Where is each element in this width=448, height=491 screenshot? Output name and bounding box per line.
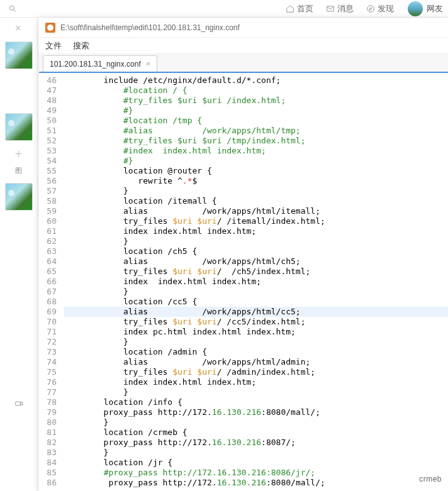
tabbar: 101.200.181.31_nginx.conf ×	[39, 54, 448, 73]
code-content[interactable]: include /etc/nginx/default.d/*.conf; #lo…	[60, 73, 448, 491]
compass-icon	[366, 4, 375, 13]
camera-icon[interactable]	[13, 399, 25, 410]
nav-messages-label: 消息	[337, 3, 354, 14]
nav-home[interactable]: 首页	[286, 3, 313, 14]
editor-path: E:\soft\finalshell\temp\edit\101.200.181…	[60, 23, 240, 32]
app-icon	[45, 23, 55, 33]
svg-rect-4	[15, 402, 20, 405]
line-gutter: 4647484950515253545556575859606162636465…	[39, 73, 60, 491]
image-thumb-1[interactable]	[5, 41, 33, 69]
username: 网友	[427, 3, 443, 14]
left-sidebar: × + 图	[0, 18, 38, 491]
add-button[interactable]: +	[13, 148, 25, 161]
avatar[interactable]	[408, 1, 423, 16]
menu-file[interactable]: 文件	[45, 40, 62, 52]
mail-icon	[326, 4, 335, 13]
app-topbar: 首页 消息 发现 网友	[0, 0, 448, 18]
sidebar-caption: 图	[0, 166, 37, 175]
nav-discover-label: 发现	[378, 3, 394, 14]
menu-search[interactable]: 搜索	[73, 40, 89, 52]
tab-close-icon[interactable]: ×	[146, 59, 151, 69]
image-thumb-3[interactable]	[5, 183, 33, 211]
code-area[interactable]: 4647484950515253545556575859606162636465…	[39, 73, 448, 491]
tab-label: 101.200.181.31_nginx.conf	[50, 60, 141, 69]
watermark: crmeb	[419, 475, 442, 483]
home-icon	[286, 4, 294, 13]
tab-nginx-conf[interactable]: 101.200.181.31_nginx.conf ×	[43, 55, 157, 72]
nav-messages[interactable]: 消息	[326, 3, 354, 14]
search-icon	[8, 4, 17, 13]
svg-point-0	[9, 6, 14, 10]
svg-rect-2	[327, 6, 334, 11]
nav-discover[interactable]: 发现	[366, 3, 394, 14]
menubar: 文件 搜索	[39, 38, 448, 54]
editor-titlebar[interactable]: E:\soft\finalshell\temp\edit\101.200.181…	[39, 18, 448, 38]
search-button[interactable]	[5, 1, 20, 16]
close-icon[interactable]: ×	[15, 23, 37, 34]
image-thumb-2[interactable]	[5, 113, 33, 141]
svg-point-3	[367, 5, 374, 12]
svg-line-1	[14, 9, 16, 11]
editor-window: E:\soft\finalshell\temp\edit\101.200.181…	[39, 18, 448, 491]
nav-home-label: 首页	[297, 3, 313, 14]
